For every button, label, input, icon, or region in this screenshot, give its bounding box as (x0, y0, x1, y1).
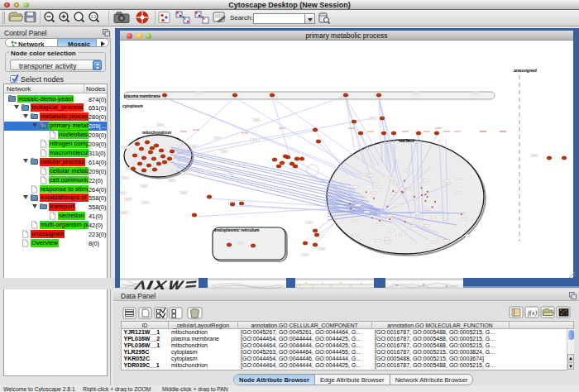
svg-text:1:1: 1:1 (91, 15, 97, 19)
